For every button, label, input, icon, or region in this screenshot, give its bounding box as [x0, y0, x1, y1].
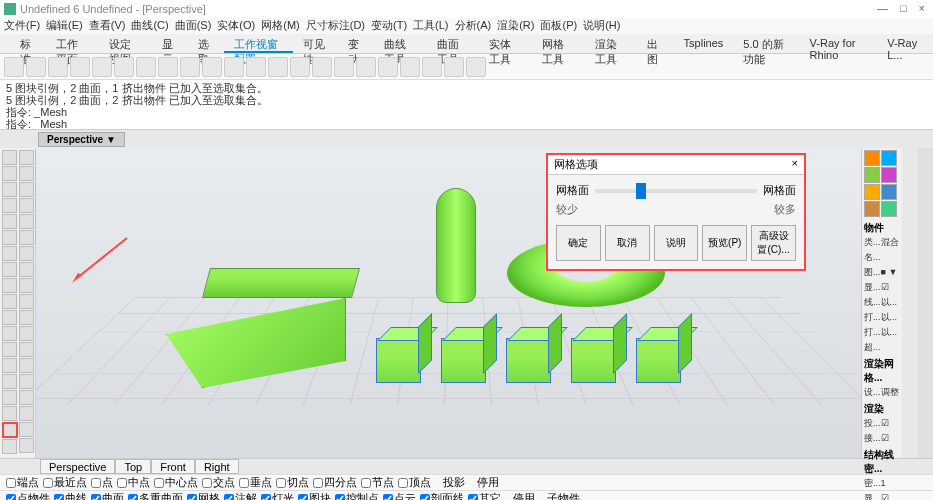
tool-button[interactable]: [2, 150, 17, 165]
slider-thumb[interactable]: [636, 183, 646, 199]
tool-icon[interactable]: [4, 57, 24, 77]
tool-button[interactable]: [19, 310, 34, 325]
property-row[interactable]: 图...■ ▼: [864, 265, 900, 280]
tool-button[interactable]: [2, 262, 17, 277]
osnap-item[interactable]: 多重曲面: [128, 491, 183, 500]
osnap-item[interactable]: 端点: [6, 475, 39, 490]
toolbar-tab[interactable]: 实体工具: [479, 34, 532, 53]
menu-item[interactable]: 曲面(S): [175, 18, 212, 34]
osnap-checkbox[interactable]: [91, 494, 101, 501]
osnap-checkbox[interactable]: [224, 494, 234, 501]
tool-button[interactable]: [2, 294, 17, 309]
tool-button[interactable]: [2, 246, 17, 261]
osnap-item[interactable]: 控制点: [335, 491, 379, 500]
dialog-button[interactable]: 确定: [556, 225, 601, 261]
dialog-button[interactable]: 说明: [654, 225, 699, 261]
property-row[interactable]: 密...1: [864, 476, 900, 491]
tool-icon[interactable]: [400, 57, 420, 77]
close-button[interactable]: ×: [919, 2, 925, 14]
tool-icon[interactable]: [312, 57, 332, 77]
panel-icon[interactable]: [864, 184, 880, 200]
toolbar-tab[interactable]: 可见性: [293, 34, 337, 53]
osnap-extra[interactable]: 投影: [443, 475, 465, 490]
tool-icon[interactable]: [48, 57, 68, 77]
osnap-checkbox[interactable]: [420, 494, 430, 501]
osnap-item[interactable]: 网格: [187, 491, 220, 500]
tool-icon[interactable]: [224, 57, 244, 77]
menu-item[interactable]: 工具(L): [413, 18, 448, 34]
osnap-extra[interactable]: 子物件: [547, 491, 580, 500]
tool-button[interactable]: [19, 422, 34, 437]
menu-item[interactable]: 网格(M): [261, 18, 300, 34]
panel-icon[interactable]: [881, 167, 897, 183]
osnap-item[interactable]: 切点: [276, 475, 309, 490]
menu-item[interactable]: 实体(O): [217, 18, 255, 34]
tool-icon[interactable]: [70, 57, 90, 77]
tool-button[interactable]: [19, 294, 34, 309]
dialog-button[interactable]: 预览(P): [702, 225, 747, 261]
menu-item[interactable]: 面板(P): [540, 18, 577, 34]
osnap-checkbox[interactable]: [298, 494, 308, 501]
menu-item[interactable]: 编辑(E): [46, 18, 83, 34]
panel-icon[interactable]: [864, 167, 880, 183]
osnap-item[interactable]: 交点: [202, 475, 235, 490]
toolbar-tab[interactable]: 显示: [152, 34, 188, 53]
minimize-button[interactable]: —: [877, 2, 888, 14]
tool-button[interactable]: [19, 214, 34, 229]
dialog-close-icon[interactable]: ×: [792, 157, 798, 172]
osnap-checkbox[interactable]: [261, 494, 271, 501]
mesh-density-slider[interactable]: [595, 189, 757, 193]
tool-icon[interactable]: [26, 57, 46, 77]
osnap-checkbox[interactable]: [187, 494, 197, 501]
menu-item[interactable]: 文件(F): [4, 18, 40, 34]
dialog-button[interactable]: 取消: [605, 225, 650, 261]
tool-button[interactable]: [2, 166, 17, 181]
cube-object[interactable]: [571, 338, 616, 383]
osnap-checkbox[interactable]: [239, 478, 249, 488]
tool-button[interactable]: [2, 358, 17, 373]
cylinder-object[interactable]: [436, 188, 476, 303]
tool-button[interactable]: [19, 198, 34, 213]
tool-button[interactable]: [2, 278, 17, 293]
tool-icon[interactable]: [136, 57, 156, 77]
tool-icon[interactable]: [422, 57, 442, 77]
property-row[interactable]: 接...☑: [864, 431, 900, 446]
osnap-item[interactable]: 垂点: [239, 475, 272, 490]
toolbar-tab[interactable]: V-Ray L...: [877, 34, 933, 53]
osnap-checkbox[interactable]: [383, 494, 393, 501]
osnap-item[interactable]: 中心点: [154, 475, 198, 490]
property-row[interactable]: 类...混合: [864, 235, 900, 250]
tool-button[interactable]: [19, 278, 34, 293]
viewport-tab[interactable]: Front: [151, 459, 195, 474]
osnap-checkbox[interactable]: [276, 478, 286, 488]
tool-button[interactable]: [19, 406, 34, 421]
tool-button[interactable]: [2, 182, 17, 197]
viewport-tab[interactable]: Perspective ▼: [38, 132, 125, 147]
tool-button[interactable]: [2, 310, 17, 325]
osnap-item[interactable]: 中点: [117, 475, 150, 490]
tool-button[interactable]: [19, 262, 34, 277]
toolbar-tab[interactable]: 5.0 的新功能: [733, 34, 799, 53]
osnap-item[interactable]: 四分点: [313, 475, 357, 490]
property-row[interactable]: 超...: [864, 340, 900, 355]
viewport-tab[interactable]: Perspective: [40, 459, 115, 474]
osnap-item[interactable]: 图块: [298, 491, 331, 500]
box-object[interactable]: [202, 268, 360, 298]
cube-object[interactable]: [376, 338, 421, 383]
toolbar-tab[interactable]: V-Ray for Rhino: [800, 34, 878, 53]
osnap-checkbox[interactable]: [313, 478, 323, 488]
tool-icon[interactable]: [202, 57, 222, 77]
toolbar-tab[interactable]: 选取: [188, 34, 224, 53]
property-row[interactable]: 名...: [864, 250, 900, 265]
tool-button[interactable]: [19, 438, 34, 453]
osnap-checkbox[interactable]: [335, 494, 345, 501]
toolbar-tab[interactable]: 设定视图: [99, 34, 152, 53]
panel-icon[interactable]: [881, 201, 897, 217]
menu-item[interactable]: 说明(H): [583, 18, 620, 34]
toolbar-tab[interactable]: 渲染工具: [585, 34, 638, 53]
tool-button[interactable]: [19, 166, 34, 181]
panel-icon[interactable]: [881, 150, 897, 166]
tool-icon[interactable]: [114, 57, 134, 77]
tool-button[interactable]: [2, 230, 17, 245]
tool-button[interactable]: [19, 358, 34, 373]
